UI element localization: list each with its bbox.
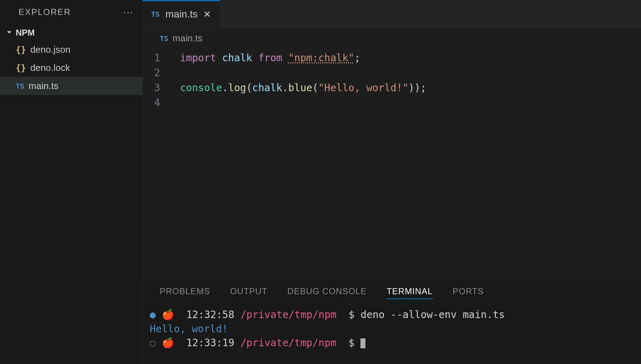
explorer-header: EXPLORER ··· bbox=[0, 0, 142, 25]
file-name: main.ts bbox=[29, 80, 58, 92]
ts-icon: TS bbox=[16, 82, 24, 90]
file-item-deno-json[interactable]: {} deno.json bbox=[0, 41, 142, 59]
file-name: deno.lock bbox=[30, 62, 70, 73]
terminal-line: ● 🍎 12:32:58 /private/tmp/npm $ deno --a… bbox=[150, 308, 634, 322]
bottom-panel: PROBLEMS OUTPUT DEBUG CONSOLE TERMINAL P… bbox=[143, 278, 641, 364]
tab-problems[interactable]: PROBLEMS bbox=[160, 286, 210, 299]
explorer-sidebar: EXPLORER ··· NPM {} deno.json {} deno.lo… bbox=[0, 0, 143, 364]
terminal-time: 12:32:58 bbox=[186, 309, 234, 321]
tab-ports[interactable]: PORTS bbox=[453, 286, 484, 299]
file-item-main-ts[interactable]: TS main.ts bbox=[0, 77, 142, 95]
apple-icon: 🍎 bbox=[162, 337, 174, 349]
code-line: 3 console.log(chalk.blue("Hello, world!"… bbox=[143, 80, 641, 95]
status-dot-icon: ○ bbox=[150, 337, 156, 349]
close-icon[interactable]: ✕ bbox=[203, 9, 211, 20]
status-dot-icon: ● bbox=[150, 309, 156, 321]
line-number: 3 bbox=[143, 82, 180, 94]
tab-main-ts[interactable]: TS main.ts ✕ bbox=[143, 0, 220, 27]
terminal-line: ○ 🍎 12:33:19 /private/tmp/npm $ bbox=[150, 336, 634, 350]
cursor-icon bbox=[360, 338, 365, 348]
terminal-output: Hello, world! bbox=[150, 322, 634, 336]
line-number: 1 bbox=[143, 52, 180, 64]
apple-icon: 🍎 bbox=[162, 309, 174, 321]
terminal-path: /private/tmp/npm bbox=[240, 337, 337, 349]
main-area: TS main.ts ✕ TS main.ts 1 import chalk f… bbox=[143, 0, 641, 364]
breadcrumb[interactable]: TS main.ts bbox=[143, 28, 641, 49]
tab-debug-console[interactable]: DEBUG CONSOLE bbox=[287, 286, 366, 299]
terminal[interactable]: ● 🍎 12:32:58 /private/tmp/npm $ deno --a… bbox=[143, 306, 641, 364]
prompt-symbol: $ bbox=[349, 337, 355, 349]
chevron-down-icon bbox=[6, 28, 13, 37]
tab-output[interactable]: OUTPUT bbox=[230, 286, 267, 299]
code-line: 1 import chalk from "npm:chalk"; bbox=[143, 50, 641, 65]
panel-tabs: PROBLEMS OUTPUT DEBUG CONSOLE TERMINAL P… bbox=[143, 279, 641, 306]
tab-terminal[interactable]: TERMINAL bbox=[386, 286, 432, 299]
file-name: deno.json bbox=[30, 44, 71, 55]
tab-bar: TS main.ts ✕ bbox=[143, 0, 641, 28]
tab-label: main.ts bbox=[165, 9, 198, 20]
terminal-time: 12:33:19 bbox=[186, 337, 234, 349]
ts-icon: TS bbox=[160, 34, 168, 43]
terminal-path: /private/tmp/npm bbox=[240, 309, 337, 321]
code-line: 4 bbox=[143, 95, 641, 110]
folder-header[interactable]: NPM bbox=[0, 25, 142, 41]
folder-name: NPM bbox=[16, 28, 35, 38]
explorer-title: EXPLORER bbox=[19, 7, 71, 17]
terminal-command: deno --allow-env main.ts bbox=[360, 309, 505, 321]
line-number: 4 bbox=[143, 97, 180, 109]
code-editor[interactable]: 1 import chalk from "npm:chalk"; 2 3 con… bbox=[143, 49, 641, 278]
more-icon[interactable]: ··· bbox=[123, 6, 134, 18]
prompt-symbol: $ bbox=[349, 309, 355, 321]
ts-icon: TS bbox=[151, 10, 160, 19]
file-item-deno-lock[interactable]: {} deno.lock bbox=[0, 59, 142, 77]
code-line: 2 bbox=[143, 65, 641, 80]
file-list: {} deno.json {} deno.lock TS main.ts bbox=[0, 41, 142, 95]
json-icon: {} bbox=[16, 45, 26, 55]
line-number: 2 bbox=[143, 67, 180, 79]
json-icon: {} bbox=[16, 63, 26, 73]
breadcrumb-label: main.ts bbox=[173, 33, 202, 44]
